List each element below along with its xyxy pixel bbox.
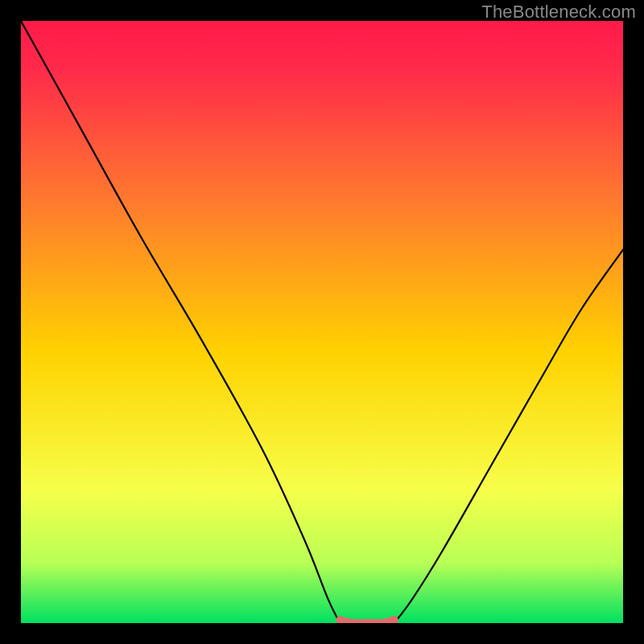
gradient-background: [21, 21, 623, 623]
watermark-text: TheBottleneck.com: [481, 2, 636, 23]
chart-svg: [21, 21, 623, 623]
chart-frame: TheBottleneck.com: [0, 0, 644, 644]
curve-bottom-highlight: [340, 620, 394, 623]
plot-area: [21, 21, 623, 623]
